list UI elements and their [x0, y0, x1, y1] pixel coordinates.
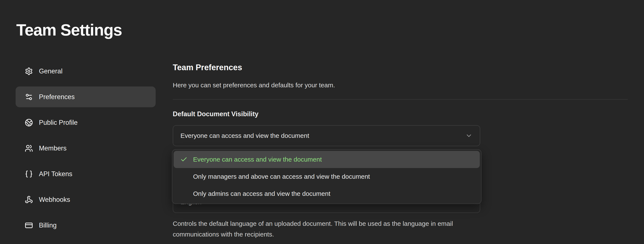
- sidebar-item-label: Members: [39, 144, 66, 152]
- sidebar-item-label: Billing: [39, 221, 57, 229]
- sliders-icon: [25, 93, 33, 101]
- divider: [173, 99, 628, 100]
- visibility-field-label: Default Document Visibility: [173, 110, 258, 118]
- gear-icon: [25, 67, 33, 75]
- sidebar-item-label: Webhooks: [39, 196, 70, 203]
- braces-icon: [25, 170, 33, 178]
- page-title: Team Settings: [16, 21, 122, 39]
- sidebar-item-billing[interactable]: Billing: [16, 215, 156, 236]
- language-helper-text: Controls the default language of an uplo…: [173, 218, 480, 240]
- sidebar-item-public-profile[interactable]: Public Profile: [16, 112, 156, 133]
- sidebar-item-label: Public Profile: [39, 119, 78, 126]
- sidebar-item-general[interactable]: General: [16, 61, 156, 82]
- globe-icon: [25, 119, 33, 127]
- dropdown-option-everyone[interactable]: Everyone can access and view the documen…: [174, 151, 480, 168]
- sidebar-item-preferences[interactable]: Preferences: [16, 87, 156, 107]
- settings-sidebar: General Preferences Public Profile Membe…: [16, 61, 156, 236]
- dropdown-option-label: Everyone can access and view the documen…: [193, 156, 322, 163]
- visibility-select[interactable]: Everyone can access and view the documen…: [173, 125, 480, 146]
- dropdown-option-label: Only admins can access and view the docu…: [193, 190, 330, 197]
- visibility-select-value: Everyone can access and view the documen…: [180, 132, 309, 139]
- webhook-icon: [25, 196, 33, 204]
- section-description: Here you can set preferences and default…: [173, 82, 335, 89]
- sidebar-item-label: Preferences: [39, 93, 74, 101]
- visibility-dropdown-menu: Everyone can access and view the documen…: [172, 149, 482, 204]
- preferences-panel: Team Preferences Here you can set prefer…: [173, 0, 628, 244]
- check-icon: [180, 156, 188, 163]
- sidebar-item-api-tokens[interactable]: API Tokens: [16, 163, 156, 184]
- chevron-down-icon: [465, 132, 472, 139]
- dropdown-option-admins[interactable]: Only admins can access and view the docu…: [174, 185, 480, 202]
- dropdown-option-managers[interactable]: Only managers and above can access and v…: [174, 168, 480, 185]
- sidebar-item-webhooks[interactable]: Webhooks: [16, 189, 156, 210]
- sidebar-item-label: API Tokens: [39, 170, 72, 178]
- users-icon: [25, 144, 33, 152]
- sidebar-item-label: General: [39, 67, 62, 75]
- sidebar-item-members[interactable]: Members: [16, 138, 156, 159]
- credit-card-icon: [25, 221, 33, 229]
- section-title: Team Preferences: [173, 63, 242, 72]
- dropdown-option-label: Only managers and above can access and v…: [193, 173, 370, 180]
